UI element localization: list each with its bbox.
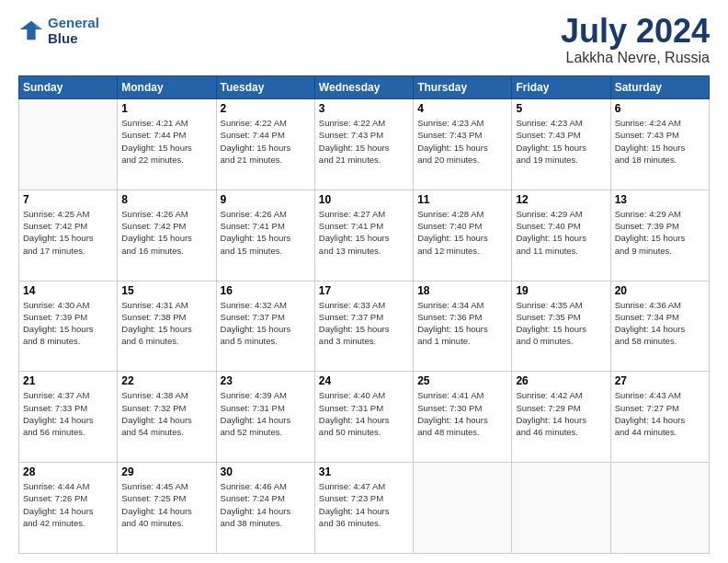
table-row [610, 463, 709, 554]
day-number: 19 [516, 284, 606, 297]
day-info: Sunrise: 4:43 AM Sunset: 7:27 PM Dayligh… [615, 389, 705, 438]
header-friday: Friday [512, 76, 610, 99]
calendar-week-row: 21Sunrise: 4:37 AM Sunset: 7:33 PM Dayli… [19, 372, 710, 463]
table-row: 29Sunrise: 4:45 AM Sunset: 7:25 PM Dayli… [118, 463, 216, 554]
day-info: Sunrise: 4:24 AM Sunset: 7:43 PM Dayligh… [615, 117, 705, 166]
day-number: 1 [121, 102, 211, 115]
day-number: 4 [417, 102, 507, 115]
calendar-header-row: Sunday Monday Tuesday Wednesday Thursday… [19, 76, 710, 99]
table-row: 22Sunrise: 4:38 AM Sunset: 7:32 PM Dayli… [118, 372, 216, 463]
day-number: 6 [615, 102, 705, 115]
calendar-week-row: 7Sunrise: 4:25 AM Sunset: 7:42 PM Daylig… [19, 190, 710, 281]
day-info: Sunrise: 4:26 AM Sunset: 7:42 PM Dayligh… [121, 208, 211, 257]
day-number: 15 [121, 284, 211, 297]
day-info: Sunrise: 4:37 AM Sunset: 7:33 PM Dayligh… [23, 389, 113, 438]
location-title: Lakkha Nevre, Russia [561, 50, 710, 66]
header-saturday: Saturday [610, 76, 709, 99]
day-info: Sunrise: 4:45 AM Sunset: 7:25 PM Dayligh… [121, 480, 211, 529]
day-number: 11 [417, 193, 507, 206]
table-row: 10Sunrise: 4:27 AM Sunset: 7:41 PM Dayli… [314, 190, 413, 281]
table-row: 28Sunrise: 4:44 AM Sunset: 7:26 PM Dayli… [19, 463, 118, 554]
header-thursday: Thursday [414, 76, 512, 99]
day-number: 16 [221, 284, 311, 297]
table-row: 12Sunrise: 4:29 AM Sunset: 7:40 PM Dayli… [512, 190, 610, 281]
logo-icon [18, 17, 44, 43]
day-info: Sunrise: 4:41 AM Sunset: 7:30 PM Dayligh… [417, 389, 507, 438]
day-info: Sunrise: 4:29 AM Sunset: 7:40 PM Dayligh… [516, 208, 606, 257]
table-row: 7Sunrise: 4:25 AM Sunset: 7:42 PM Daylig… [19, 190, 118, 281]
table-row [19, 99, 118, 190]
day-number: 2 [221, 102, 311, 115]
table-row: 31Sunrise: 4:47 AM Sunset: 7:23 PM Dayli… [314, 463, 413, 554]
day-info: Sunrise: 4:35 AM Sunset: 7:35 PM Dayligh… [516, 299, 606, 348]
day-info: Sunrise: 4:32 AM Sunset: 7:37 PM Dayligh… [221, 299, 311, 348]
day-info: Sunrise: 4:22 AM Sunset: 7:43 PM Dayligh… [319, 117, 409, 166]
day-number: 12 [516, 193, 606, 206]
day-number: 5 [516, 102, 606, 115]
day-number: 10 [319, 193, 409, 206]
table-row: 6Sunrise: 4:24 AM Sunset: 7:43 PM Daylig… [610, 99, 709, 190]
table-row: 3Sunrise: 4:22 AM Sunset: 7:43 PM Daylig… [314, 99, 413, 190]
table-row: 11Sunrise: 4:28 AM Sunset: 7:40 PM Dayli… [414, 190, 512, 281]
day-info: Sunrise: 4:33 AM Sunset: 7:37 PM Dayligh… [319, 299, 409, 348]
header-wednesday: Wednesday [314, 76, 413, 99]
table-row: 27Sunrise: 4:43 AM Sunset: 7:27 PM Dayli… [610, 372, 709, 463]
table-row: 26Sunrise: 4:42 AM Sunset: 7:29 PM Dayli… [512, 372, 610, 463]
day-info: Sunrise: 4:38 AM Sunset: 7:32 PM Dayligh… [121, 389, 211, 438]
table-row: 21Sunrise: 4:37 AM Sunset: 7:33 PM Dayli… [19, 372, 118, 463]
day-info: Sunrise: 4:30 AM Sunset: 7:39 PM Dayligh… [23, 299, 113, 348]
day-info: Sunrise: 4:25 AM Sunset: 7:42 PM Dayligh… [23, 208, 113, 257]
day-info: Sunrise: 4:40 AM Sunset: 7:31 PM Dayligh… [319, 389, 409, 438]
table-row: 18Sunrise: 4:34 AM Sunset: 7:36 PM Dayli… [414, 281, 512, 372]
table-row: 13Sunrise: 4:29 AM Sunset: 7:39 PM Dayli… [610, 190, 709, 281]
table-row: 17Sunrise: 4:33 AM Sunset: 7:37 PM Dayli… [314, 281, 413, 372]
table-row: 5Sunrise: 4:23 AM Sunset: 7:43 PM Daylig… [512, 99, 610, 190]
day-number: 31 [319, 465, 409, 478]
day-info: Sunrise: 4:28 AM Sunset: 7:40 PM Dayligh… [417, 208, 507, 257]
day-number: 30 [221, 465, 311, 478]
day-number: 13 [615, 193, 705, 206]
day-info: Sunrise: 4:44 AM Sunset: 7:26 PM Dayligh… [23, 480, 113, 529]
day-info: Sunrise: 4:39 AM Sunset: 7:31 PM Dayligh… [221, 389, 311, 438]
day-number: 3 [319, 102, 409, 115]
day-number: 27 [615, 374, 705, 387]
day-number: 8 [121, 193, 211, 206]
table-row: 20Sunrise: 4:36 AM Sunset: 7:34 PM Dayli… [610, 281, 709, 372]
day-number: 29 [121, 465, 211, 478]
day-number: 23 [221, 374, 311, 387]
day-info: Sunrise: 4:21 AM Sunset: 7:44 PM Dayligh… [121, 117, 211, 166]
day-number: 7 [23, 193, 113, 206]
day-number: 17 [319, 284, 409, 297]
svg-marker-0 [20, 21, 42, 40]
day-number: 20 [615, 284, 705, 297]
table-row [414, 463, 512, 554]
header-sunday: Sunday [19, 76, 118, 99]
table-row: 16Sunrise: 4:32 AM Sunset: 7:37 PM Dayli… [216, 281, 314, 372]
title-area: July 2024 Lakkha Nevre, Russia [561, 15, 710, 66]
day-info: Sunrise: 4:36 AM Sunset: 7:34 PM Dayligh… [615, 299, 705, 348]
calendar-table: Sunday Monday Tuesday Wednesday Thursday… [18, 75, 710, 554]
day-number: 18 [417, 284, 507, 297]
calendar-week-row: 1Sunrise: 4:21 AM Sunset: 7:44 PM Daylig… [19, 99, 710, 190]
header-tuesday: Tuesday [216, 76, 314, 99]
table-row: 19Sunrise: 4:35 AM Sunset: 7:35 PM Dayli… [512, 281, 610, 372]
month-title: July 2024 [561, 15, 710, 48]
table-row: 8Sunrise: 4:26 AM Sunset: 7:42 PM Daylig… [118, 190, 216, 281]
table-row [512, 463, 610, 554]
table-row: 4Sunrise: 4:23 AM Sunset: 7:43 PM Daylig… [414, 99, 512, 190]
day-number: 25 [417, 374, 507, 387]
day-info: Sunrise: 4:42 AM Sunset: 7:29 PM Dayligh… [516, 389, 606, 438]
day-info: Sunrise: 4:46 AM Sunset: 7:24 PM Dayligh… [221, 480, 311, 529]
table-row: 30Sunrise: 4:46 AM Sunset: 7:24 PM Dayli… [216, 463, 314, 554]
table-row: 23Sunrise: 4:39 AM Sunset: 7:31 PM Dayli… [216, 372, 314, 463]
day-number: 21 [23, 374, 113, 387]
header-monday: Monday [118, 76, 216, 99]
logo: General Blue [18, 15, 99, 47]
day-info: Sunrise: 4:31 AM Sunset: 7:38 PM Dayligh… [121, 299, 211, 348]
day-number: 24 [319, 374, 409, 387]
day-info: Sunrise: 4:29 AM Sunset: 7:39 PM Dayligh… [615, 208, 705, 257]
day-number: 14 [23, 284, 113, 297]
calendar-week-row: 14Sunrise: 4:30 AM Sunset: 7:39 PM Dayli… [19, 281, 710, 372]
page: General Blue July 2024 Lakkha Nevre, Rus… [0, 0, 728, 563]
day-info: Sunrise: 4:34 AM Sunset: 7:36 PM Dayligh… [417, 299, 507, 348]
